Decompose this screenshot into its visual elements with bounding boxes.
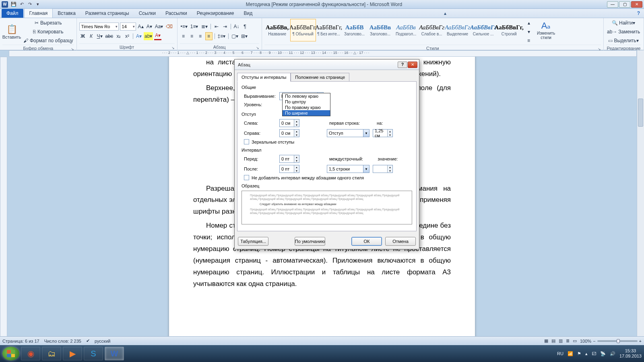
tab-review[interactable]: Рецензирование	[192, 9, 239, 18]
clear-format-icon[interactable]: ⌫	[165, 23, 173, 31]
dialog-tab-indents[interactable]: Отступы и интервалы	[237, 73, 291, 82]
tab-home[interactable]: Главная	[24, 8, 53, 18]
tab-references[interactable]: Ссылки	[134, 9, 161, 18]
style-item[interactable]: АаБбВвГгСильное ...	[471, 19, 496, 41]
alignment-option[interactable]: По левому краю	[283, 93, 330, 99]
ribbon-minimize-icon[interactable]: ▴	[440, 9, 450, 18]
font-size-combo[interactable]: 14	[120, 23, 136, 31]
alignment-dropdown-list[interactable]: По левому краюПо центруПо правому краюПо…	[282, 93, 330, 116]
decrease-indent-icon[interactable]: ⇤	[213, 23, 220, 31]
change-case-icon[interactable]: Aa▾	[154, 23, 164, 31]
gallery-up-icon[interactable]: ▴	[525, 19, 533, 27]
status-page[interactable]: Страница: 6 из 17	[2, 339, 39, 343]
tab-insert[interactable]: Вставка	[53, 9, 80, 18]
view-draft-icon[interactable]: ▭	[573, 338, 577, 343]
save-icon[interactable]: 💾	[10, 1, 17, 8]
taskbar-mediaplayer[interactable]: ▶	[63, 347, 82, 360]
italic-icon[interactable]: К	[88, 32, 95, 40]
bullets-icon[interactable]: •≡▾	[180, 23, 188, 31]
tray-arrow-icon[interactable]: ▴	[585, 351, 588, 356]
tabs-button[interactable]: Табуляция...	[238, 237, 268, 246]
increase-indent-icon[interactable]: ⇥	[221, 23, 229, 31]
alignment-option[interactable]: По центру	[283, 99, 330, 105]
select-button[interactable]: ▭ Выделить ▾	[606, 37, 641, 45]
font-color-icon[interactable]: A▾	[154, 32, 161, 40]
tab-file[interactable]: Файл	[2, 9, 23, 18]
multilevel-icon[interactable]: ≣▾	[200, 23, 208, 31]
find-button[interactable]: 🔍 Найти ▾	[606, 19, 641, 27]
start-button[interactable]	[2, 347, 19, 360]
line-spacing-at-spinner[interactable]: ▲▼	[373, 165, 393, 173]
style-item[interactable]: АаБбВвГг,¶ Без инте...	[316, 19, 342, 41]
redo-icon[interactable]: ↷	[27, 1, 33, 8]
font-family-combo[interactable]: Times New Ro	[79, 23, 119, 31]
first-line-dropdown[interactable]: Отступ▼	[327, 129, 369, 137]
zoom-level[interactable]: 100%	[580, 339, 591, 343]
taskbar-skype[interactable]: S	[84, 347, 103, 360]
undo-icon[interactable]: ↶	[19, 1, 25, 8]
align-justify-icon[interactable]: ≡	[205, 32, 213, 40]
underline-icon[interactable]: Ч▾	[96, 32, 103, 40]
cancel-button[interactable]: Отмена	[385, 237, 416, 246]
gallery-down-icon[interactable]: ▾	[525, 28, 533, 36]
align-left-icon[interactable]: ≡	[180, 32, 187, 40]
borders-icon[interactable]: ⊞▾	[240, 32, 248, 40]
font-launcher-icon[interactable]: ↘	[171, 46, 175, 50]
help-icon[interactable]: ?	[633, 9, 644, 18]
cut-button[interactable]: ✂ Вырезать	[23, 19, 74, 27]
bold-icon[interactable]: Ж	[79, 32, 87, 40]
view-outline-icon[interactable]: ≣	[566, 338, 570, 343]
default-button[interactable]: По умолчанию	[295, 237, 325, 246]
zoom-slider[interactable]	[597, 340, 638, 342]
dialog-tab-position[interactable]: Положение на странице	[291, 73, 349, 82]
change-styles-button[interactable]: AₐИзменить стили	[534, 19, 558, 41]
paragraph-launcher-icon[interactable]: ↘	[256, 46, 259, 50]
space-before-spinner[interactable]: 0 пт▲▼	[279, 155, 299, 163]
taskbar-word[interactable]: W	[105, 347, 124, 360]
sort-icon[interactable]: A↓	[233, 23, 240, 31]
indent-right-spinner[interactable]: 0 см▲▼	[279, 129, 299, 137]
show-marks-icon[interactable]: ¶	[242, 23, 249, 31]
style-item[interactable]: АаБбВвГг,Строгий	[496, 19, 522, 41]
align-right-icon[interactable]: ≡	[197, 32, 204, 40]
alignment-option[interactable]: По ширине	[283, 110, 330, 116]
tray-lang[interactable]: RU	[557, 351, 564, 356]
qat-dropdown-icon[interactable]: ▾	[35, 1, 41, 8]
replace-button[interactable]: ab→ Заменить	[606, 28, 641, 36]
style-item[interactable]: АаБбВвГгВыделение	[445, 19, 471, 41]
dialog-titlebar[interactable]: Абзац ? ✕	[235, 60, 419, 70]
styles-gallery[interactable]: АаБбВв,НазваниеАаБбВвГг,¶ ОбычныйАаБбВвГ…	[264, 19, 522, 41]
mirror-indents-checkbox[interactable]: Зеркальные отступы	[242, 139, 412, 144]
style-item[interactable]: АаБбВвЗаголово...	[367, 19, 393, 41]
dialog-close-button[interactable]: ✕	[408, 62, 417, 68]
copy-button[interactable]: ⎘ Копировать	[23, 28, 74, 36]
style-item[interactable]: АаБбВвГг,¶ Обычный	[290, 19, 316, 41]
superscript-icon[interactable]: x²	[124, 32, 131, 40]
status-words[interactable]: Число слов: 2 235	[44, 339, 81, 343]
ok-button[interactable]: ОК	[351, 237, 382, 246]
gallery-more-icon[interactable]: ≡	[525, 37, 533, 45]
horizontal-ruler[interactable]: · · · 2 · · · 1 · · · △ · · · 1 · · · 2 …	[9, 50, 637, 57]
vertical-ruler[interactable]	[0, 57, 7, 352]
line-spacing-icon[interactable]: ‡≡▾	[217, 32, 227, 40]
alignment-option[interactable]: По правому краю	[283, 105, 330, 110]
tray-action-icon[interactable]: ⚑	[577, 351, 581, 356]
align-center-icon[interactable]: ≡	[188, 32, 196, 40]
numbering-icon[interactable]: 1≡▾	[190, 23, 199, 31]
dialog-help-button[interactable]: ?	[398, 62, 407, 68]
style-item[interactable]: АаБбВв,Название	[264, 19, 290, 41]
no-space-same-style-checkbox[interactable]: Не добавлять интервал между абзацами одн…	[242, 175, 412, 180]
tray-clock[interactable]: 15:3317.09.2013	[619, 348, 642, 359]
view-web-icon[interactable]: ▥	[559, 338, 563, 343]
format-painter-button[interactable]: 🖌 Формат по образцу	[23, 37, 74, 45]
grow-font-icon[interactable]: A▴	[137, 23, 144, 31]
text-effects-icon[interactable]: A▾	[135, 32, 142, 40]
paste-button[interactable]: 📋Вставить	[2, 21, 21, 43]
tab-view[interactable]: Вид	[239, 9, 257, 18]
tray-volume-icon[interactable]: 🔊	[610, 351, 615, 356]
scrollbar-thumb[interactable]	[638, 99, 643, 127]
maximize-button[interactable]: ▢	[619, 1, 630, 8]
tray-network-icon[interactable]: 📶	[568, 351, 573, 356]
subscript-icon[interactable]: x₂	[115, 32, 122, 40]
tray-battery-icon[interactable]: 🗠	[592, 351, 596, 356]
